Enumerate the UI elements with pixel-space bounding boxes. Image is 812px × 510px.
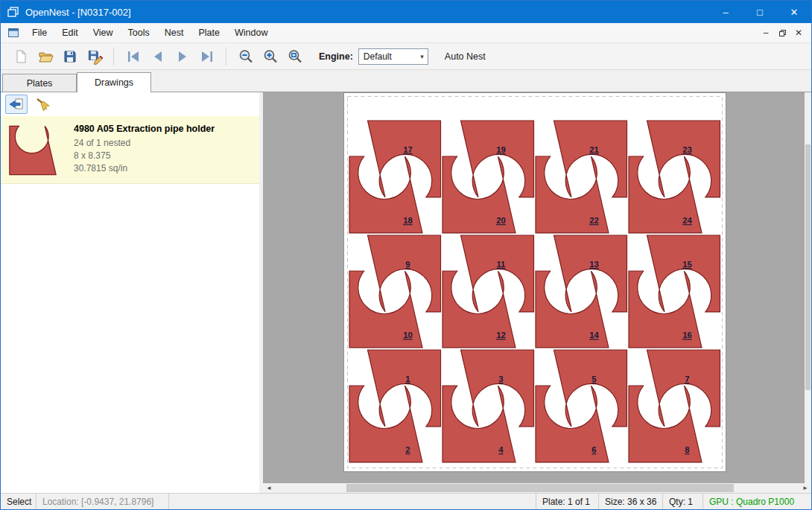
menu-file[interactable]: File: [25, 24, 54, 42]
menu-nest[interactable]: Nest: [157, 24, 191, 42]
clear-broom-button[interactable]: [32, 95, 54, 114]
drawing-item-text: 4980 A05 Extraction pipe holder 24 of 1 …: [74, 122, 215, 175]
open-file-button[interactable]: [33, 46, 57, 67]
drawings-panel: 4980 A05 Extraction pipe holder 24 of 1 …: [1, 92, 259, 493]
drawing-list-item[interactable]: 4980 A05 Extraction pipe holder 24 of 1 …: [1, 116, 259, 184]
nest-part-6[interactable]: [536, 386, 609, 462]
minimize-button[interactable]: –: [708, 1, 743, 23]
nest-part-21[interactable]: [554, 121, 627, 197]
toolbar-separator: [113, 48, 114, 66]
status-size: Size: 36 x 36: [598, 494, 662, 509]
vertical-scrollbar[interactable]: [805, 92, 811, 483]
tab-drawings[interactable]: Drawings: [77, 72, 151, 92]
save-button[interactable]: [57, 46, 82, 67]
toolbar: Engine: Default ▾ Auto Nest: [1, 43, 811, 70]
menu-edit[interactable]: Edit: [54, 24, 86, 42]
part-number: 1: [405, 374, 410, 383]
nav-first-button[interactable]: [121, 46, 145, 67]
nest-part-19[interactable]: [461, 121, 534, 197]
part-number: 20: [496, 216, 506, 225]
new-file-button[interactable]: [8, 46, 33, 67]
app-window: OpenNest - [N0317-002] – □ ✕ File Edit V…: [0, 0, 812, 510]
window-title: OpenNest - [N0317-002]: [25, 7, 131, 18]
nest-part-1[interactable]: [368, 350, 441, 427]
mdi-window-controls: – ✕: [758, 25, 807, 40]
nav-next-icon: [174, 48, 191, 65]
drawing-nested-count: 24 of 1 nested: [74, 137, 215, 150]
tab-plates[interactable]: Plates: [2, 74, 77, 92]
nav-previous-icon: [150, 48, 166, 65]
nav-next-button[interactable]: [170, 46, 194, 67]
part-number: 10: [403, 331, 413, 340]
nest-plate-svg: 171819202122232491011121314151612345678: [344, 93, 726, 471]
menu-plate[interactable]: Plate: [191, 24, 227, 42]
part-number: 23: [682, 145, 692, 154]
part-number: 16: [682, 331, 692, 340]
part-number: 18: [403, 216, 413, 225]
status-spacer: [169, 494, 536, 509]
close-button[interactable]: ✕: [777, 1, 811, 23]
vertical-scrollbar-thumb[interactable]: [805, 144, 811, 390]
part-number: 17: [403, 145, 413, 154]
menu-tools[interactable]: Tools: [121, 24, 157, 42]
nest-tile: 910: [349, 235, 441, 348]
scroll-left-icon[interactable]: ◄: [263, 483, 275, 493]
mdi-minimize-button[interactable]: –: [758, 25, 774, 40]
chevron-down-icon: ▾: [416, 53, 428, 60]
restore-icon: [778, 29, 787, 37]
nest-part-2[interactable]: [349, 386, 422, 462]
save-icon: [62, 48, 78, 65]
status-plate: Plate: 1 of 1: [536, 494, 598, 509]
nest-part-17[interactable]: [368, 121, 441, 197]
horizontal-scrollbar[interactable]: ◄ ►: [263, 483, 811, 493]
part-number: 11: [496, 260, 505, 269]
zoom-in-icon: [262, 48, 279, 65]
menu-window[interactable]: Window: [227, 24, 275, 42]
nest-part-15[interactable]: [647, 235, 720, 312]
plate[interactable]: 171819202122232491011121314151612345678: [343, 92, 726, 472]
horizontal-scrollbar-thumb[interactable]: [346, 484, 734, 492]
nest-part-13[interactable]: [554, 235, 627, 312]
mdi-restore-button[interactable]: [774, 25, 790, 40]
engine-value: Default: [364, 51, 392, 62]
nest-part-4[interactable]: [443, 386, 516, 462]
nest-part-3[interactable]: [461, 350, 534, 427]
nest-part-23[interactable]: [647, 121, 720, 197]
save-edit-button[interactable]: [82, 46, 107, 67]
part-number: 12: [496, 331, 506, 340]
nest-part-9[interactable]: [368, 235, 441, 312]
broom-icon: [35, 97, 51, 112]
tabstrip: Plates Drawings: [1, 70, 811, 92]
part-thumbnail-shape: [10, 126, 56, 174]
blue-arrow-page-icon: [8, 97, 25, 112]
canvas[interactable]: 171819202122232491011121314151612345678: [263, 92, 811, 483]
mdi-close-button[interactable]: ✕: [790, 25, 807, 40]
engine-combobox[interactable]: Default ▾: [358, 48, 428, 65]
part-number: 3: [498, 374, 503, 383]
scroll-right-icon[interactable]: ►: [799, 483, 811, 493]
zoom-out-button[interactable]: [233, 46, 258, 67]
part-number: 8: [685, 445, 689, 454]
nest-part-8[interactable]: [629, 386, 702, 462]
engine-label: Engine:: [319, 51, 353, 62]
auto-nest-label[interactable]: Auto Nest: [445, 51, 486, 62]
menubar: File Edit View Tools Nest Plate Window –…: [1, 23, 811, 43]
nest-part-11[interactable]: [461, 235, 534, 312]
toolbar-separator: [226, 48, 226, 66]
nest-part-7[interactable]: [647, 350, 720, 427]
drawings-panel-toolbar: [1, 92, 259, 116]
zoom-in-button[interactable]: [258, 46, 282, 67]
part-number: 2: [405, 445, 410, 454]
nest-part-5[interactable]: [554, 350, 627, 427]
menu-view[interactable]: View: [86, 24, 121, 42]
nav-last-button[interactable]: [194, 46, 219, 67]
zoom-fit-button[interactable]: [282, 46, 307, 67]
maximize-button[interactable]: □: [743, 1, 777, 23]
part-number: 7: [685, 374, 689, 383]
send-to-drawing-button[interactable]: [5, 95, 28, 114]
part-number: 5: [591, 374, 596, 383]
nav-last-icon: [199, 48, 215, 65]
nest-tile: 1516: [629, 235, 720, 348]
part-number: 21: [589, 145, 599, 154]
nav-previous-button[interactable]: [145, 46, 170, 67]
